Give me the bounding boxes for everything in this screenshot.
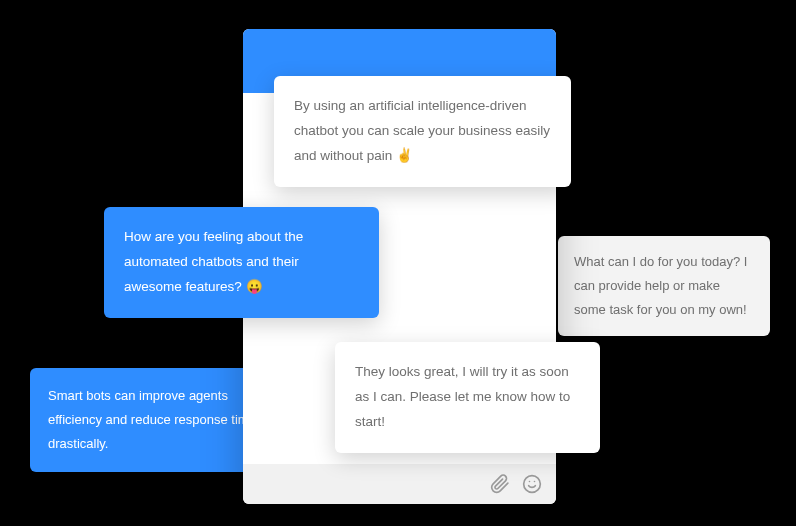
- chat-input-bar[interactable]: [243, 464, 556, 504]
- emoji-icon[interactable]: [522, 474, 542, 494]
- attachment-icon[interactable]: [490, 474, 510, 494]
- message-text: Smart bots can improve agents efficiency…: [48, 388, 256, 451]
- message-bubble-help-offer: What can I do for you today? I can provi…: [558, 236, 770, 336]
- message-text: They looks great, I will try it as soon …: [355, 364, 570, 429]
- message-bubble-efficiency: Smart bots can improve agents efficiency…: [30, 368, 274, 472]
- message-bubble-reply: They looks great, I will try it as soon …: [335, 342, 600, 453]
- message-text: How are you feeling about the automated …: [124, 229, 303, 294]
- message-text: By using an artificial intelligence-driv…: [294, 98, 550, 163]
- message-bubble-question: How are you feeling about the automated …: [104, 207, 379, 318]
- svg-point-0: [524, 476, 541, 493]
- message-bubble-ai-intro: By using an artificial intelligence-driv…: [274, 76, 571, 187]
- message-text: What can I do for you today? I can provi…: [574, 254, 747, 317]
